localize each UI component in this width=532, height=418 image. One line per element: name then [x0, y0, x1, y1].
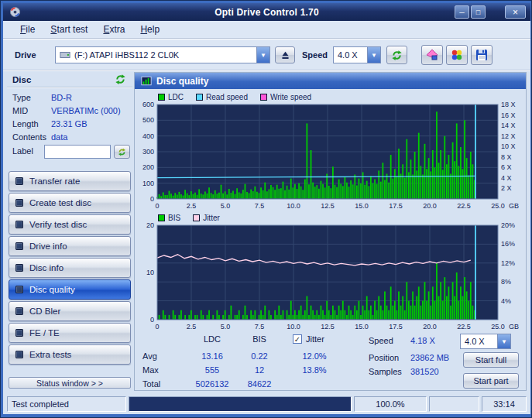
svg-text:400: 400: [142, 132, 154, 140]
minimize-button[interactable]: ─: [455, 5, 469, 19]
svg-text:15.0: 15.0: [355, 202, 369, 210]
create-test-disc-icon: [15, 199, 23, 207]
ldc-avg-value: 13.16: [184, 351, 240, 361]
svg-text:20.0: 20.0: [423, 323, 437, 331]
sidebar-button-label: Create test disc: [29, 198, 91, 207]
menu-item-file[interactable]: File: [12, 22, 43, 36]
speed-combobox-arrow-icon[interactable]: ▼: [367, 47, 380, 63]
close-button[interactable]: ×: [505, 5, 526, 19]
bis-swatch-icon: [158, 214, 165, 221]
legend-ldc: LDC: [158, 93, 184, 101]
label-refresh-button[interactable]: [114, 145, 130, 159]
length-value: 23.31 GB: [51, 119, 87, 128]
refresh-icon: [391, 50, 403, 61]
options-colors-button[interactable]: [446, 45, 468, 65]
ldc-legend-label: LDC: [168, 93, 184, 101]
menu-item-start-test[interactable]: Start test: [43, 22, 95, 36]
disc-info-row-type: Type BD-R: [7, 91, 132, 104]
minimize-icon: ─: [459, 9, 464, 16]
speed-stat-label: Speed: [369, 336, 393, 345]
erase-disc-button[interactable]: [421, 45, 443, 65]
bis-jitter-chart: 010204%8%12%16%20%02.55.07.510.012.515.0…: [136, 222, 525, 331]
svg-text:10.0: 10.0: [287, 202, 300, 210]
drive-label: Drive: [15, 50, 36, 60]
sidebar-button-cd-bler[interactable]: CD Bler: [9, 301, 131, 321]
svg-text:2.5: 2.5: [187, 202, 197, 210]
sidebar-button-label: FE / TE: [29, 328, 60, 337]
refresh-speeds-button[interactable]: [386, 46, 407, 64]
svg-text:7.5: 7.5: [255, 323, 265, 331]
svg-text:0: 0: [150, 316, 154, 324]
svg-text:8 X: 8 X: [501, 153, 512, 161]
menu-item-help[interactable]: Help: [132, 22, 167, 36]
avg-row-label: Avg: [142, 351, 157, 361]
jitter-checkbox[interactable]: ✓: [293, 334, 302, 344]
svg-text:2 X: 2 X: [501, 184, 512, 192]
sidebar-button-label: Transfer rate: [29, 176, 80, 186]
mid-value: VERBATIMc (000): [51, 106, 121, 115]
window-title: Opti Drive Control 1.70: [3, 7, 530, 18]
legend-bis: BIS: [158, 214, 180, 222]
sidebar-button-disc-info[interactable]: Disc info: [9, 258, 131, 278]
svg-text:16 X: 16 X: [501, 111, 516, 119]
sidebar-button-disc-quality[interactable]: Disc quality: [9, 279, 131, 300]
contents-value: data: [51, 132, 67, 142]
sidebar-button-create-test-disc[interactable]: Create test disc: [9, 193, 131, 213]
sidebar-button-label: Verify test disc: [29, 220, 87, 229]
drive-combobox-arrow-icon[interactable]: ▼: [256, 47, 269, 63]
speed-label: Speed: [302, 50, 328, 60]
client-area: File Start test Extra Help Drive (F:) AT…: [3, 21, 530, 414]
svg-text:25.0: 25.0: [491, 202, 505, 210]
test-speed-combobox-value: 4.0 X: [465, 337, 485, 346]
sidebar-button-fe-te[interactable]: FE / TE: [9, 323, 131, 343]
write-speed-swatch-icon: [260, 94, 267, 101]
bis-avg-value: 0.22: [235, 351, 283, 361]
svg-text:GB: GB: [509, 323, 519, 331]
disc-info-row-length: Length 23.31 GB: [7, 118, 132, 131]
bottom-chart-legend: BIS Jitter: [158, 213, 220, 222]
maximize-button[interactable]: □: [471, 5, 486, 19]
ldc-column-header: LDC: [184, 334, 240, 344]
menubar: File Start test Extra Help: [3, 21, 530, 39]
read-speed-swatch-icon: [196, 94, 203, 101]
disc-refresh-icon[interactable]: [115, 74, 126, 85]
save-button[interactable]: [471, 45, 493, 65]
menu-item-extra[interactable]: Extra: [95, 22, 132, 36]
drive-info-icon: [15, 242, 23, 250]
sidebar-button-verify-test-disc[interactable]: Verify test disc: [9, 214, 131, 235]
speed-combobox[interactable]: 4.0 X ▼: [333, 46, 381, 63]
jitter-avg-value: 12.0%: [290, 351, 339, 361]
sidebar: Disc Type BD-R MID VERBATIMc (000) Lengt…: [7, 72, 132, 391]
svg-text:7.5: 7.5: [255, 202, 265, 210]
test-speed-combobox-arrow-icon[interactable]: ▼: [497, 334, 510, 348]
drive-combobox[interactable]: (F:) ATAPI iHBS112 2 CL0K ▼: [55, 46, 270, 63]
sidebar-button-label: Disc info: [29, 263, 63, 272]
close-icon: ×: [513, 7, 518, 18]
disc-info-row-contents: Contents data: [7, 131, 132, 144]
status-window-button[interactable]: Status window > >: [9, 377, 131, 389]
label-label: Label: [12, 146, 33, 156]
start-part-button[interactable]: Start part: [463, 373, 519, 389]
svg-text:6 X: 6 X: [501, 163, 512, 171]
disc-section-header: Disc: [7, 72, 132, 87]
ldc-total-value: 5026132: [184, 379, 240, 389]
eject-button[interactable]: [275, 46, 295, 63]
svg-text:4 X: 4 X: [501, 174, 512, 182]
contents-label: Contents: [12, 132, 46, 142]
sidebar-button-extra-tests[interactable]: Extra tests: [9, 344, 131, 365]
start-full-button[interactable]: Start full: [463, 352, 519, 368]
disc-quality-title: Disc quality: [156, 76, 208, 87]
sidebar-button-drive-info[interactable]: Drive info: [9, 236, 131, 256]
position-stat-label: Position: [369, 353, 399, 362]
svg-text:0: 0: [150, 195, 154, 203]
progress-bar-fill: [129, 397, 351, 411]
label-input[interactable]: [44, 145, 111, 159]
sidebar-button-transfer-rate[interactable]: Transfer rate: [9, 171, 131, 191]
length-label: Length: [12, 119, 39, 128]
test-speed-combobox[interactable]: 4.0 X ▼: [460, 334, 511, 349]
disc-info-icon: [15, 264, 23, 272]
svg-text:8%: 8%: [501, 278, 511, 286]
ldc-swatch-icon: [158, 94, 165, 101]
maximize-icon: □: [476, 9, 480, 16]
svg-text:2.5: 2.5: [187, 323, 197, 331]
